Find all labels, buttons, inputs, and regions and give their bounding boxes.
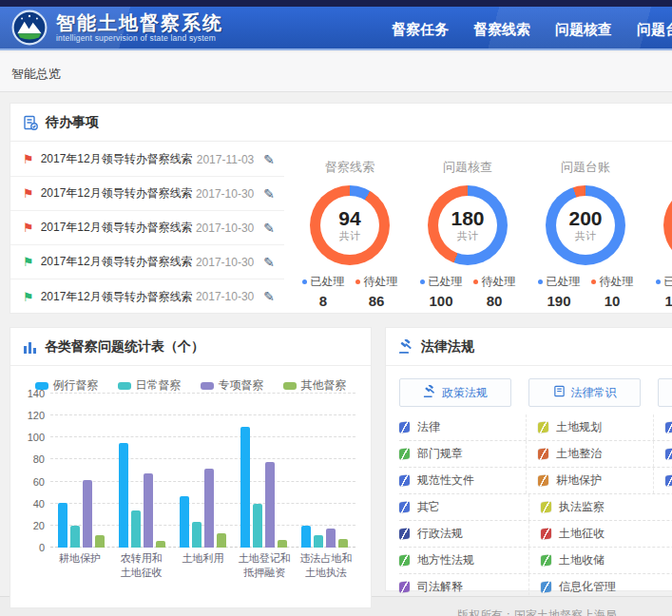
top-strip [0,0,672,7]
todo-item[interactable]: ⚑2017年12月领导转办督察线索2017-10-30✎ [10,279,284,314]
donut-legend-item[interactable]: 已处理 [414,274,468,290]
bar-legend-item[interactable]: 其他督察 [283,377,347,394]
donut-center: 200共计 [546,185,625,265]
law-link[interactable]: 土地收储 [528,548,658,573]
bar-legend-label: 日常督察 [136,377,182,394]
todo-list: ⚑2017年12月领导转办督察线索2017-11-03✎⚑2017年12月领导转… [10,143,284,313]
legend-label: 已处理 [547,274,581,290]
donut-values: 886 [297,293,403,309]
law-button-2[interactable] [658,378,672,407]
book-icon [665,474,672,486]
bar-例行督察 [301,526,311,548]
law-link[interactable]: 耕地保护 [526,468,652,493]
todo-stats-card: 待办事项 ⚑2017年12月领导转办督察线索2017-11-03✎⚑2017年1… [10,103,672,314]
donut-legend-item[interactable]: 已处理 [650,274,672,290]
nav-item-4[interactable]: 问题台账 [637,21,672,39]
donut-legend-item[interactable]: 待处理 [586,274,639,290]
bar-chart-card: 各类督察问题统计表（个） 例行督察日常督察专项督察其他督察 0204060801… [10,327,372,608]
legend-swatch-icon [201,382,214,390]
legend-swatch-icon [118,382,131,390]
edit-pencil-icon[interactable]: ✎ [263,289,275,304]
bar-group [119,443,165,548]
donut-values: 10080 [414,293,521,309]
todo-item[interactable]: ⚑2017年12月领导转办督察线索2017-11-03✎ [10,143,284,177]
law-link[interactable]: 规范性文件 [399,468,526,493]
book-icon [665,448,672,459]
legend-label: 已处理 [311,274,345,290]
donut-legend-item[interactable]: 已处理 [297,274,350,290]
law-link[interactable]: 部门规章 [399,441,526,467]
law-link[interactable]: 土地整治 [526,441,652,467]
law-link[interactable]: 执法监察 [528,494,658,520]
bar-其他督察 [278,540,287,548]
donut-legend: 已处理待处理 [414,274,521,290]
todo-item[interactable]: ⚑2017年12月领导转办督察线索2017-10-30✎ [10,177,284,211]
todo-item-date: 2017-10-30 [196,221,254,235]
bar-专项督察 [83,480,92,548]
law-button-法律常识[interactable]: 法律常识 [528,378,641,407]
edit-pencil-icon[interactable]: ✎ [263,186,275,202]
bar-例行督察 [119,443,128,548]
bar-legend-item[interactable]: 日常督察 [118,377,182,394]
law-link-row: 规范性文件耕地保护 [399,468,672,494]
law-link[interactable]: 法律 [399,414,526,440]
processed-value: 175 [650,293,672,309]
bar-专项督察 [265,462,275,548]
law-link-label: 信息化管理 [559,579,616,595]
law-link-label: 部门规章 [417,446,463,462]
legend-dot-icon [355,279,360,284]
nav-item-2[interactable]: 督察线索 [473,21,530,39]
law-link-label: 规范性文件 [417,472,474,489]
bar-legend-item[interactable]: 专项督察 [201,377,264,394]
book-icon [553,385,566,397]
law-link[interactable]: 行政法规 [399,521,528,547]
donut-legend-item[interactable]: 已处理 [532,274,586,290]
nav-item-3[interactable]: 问题核查 [555,21,612,39]
donut-total-value: 180 [451,207,484,229]
donut-ring: 200共计 [546,185,625,265]
law-link[interactable] [653,441,672,467]
edit-pencil-icon[interactable]: ✎ [263,255,275,270]
donut-total-value: 94 [338,207,360,229]
law-link[interactable] [653,414,672,440]
law-link[interactable]: 地方性法规 [399,548,528,573]
donut-total-label: 共计 [457,229,478,243]
gavel-icon [398,339,413,355]
law-link-row: 地方性法规土地收储 [399,548,672,574]
nav-item-1[interactable]: 督察任务 [392,21,449,39]
pending-value: 10 [586,293,639,309]
law-link[interactable]: 土地规划 [526,414,652,440]
bar-日常督察 [314,535,323,548]
bar-legend-label: 其他督察 [301,377,347,394]
donut-legend-item[interactable]: 待处理 [468,274,521,290]
todo-item[interactable]: ⚑2017年12月领导转办督察线索2017-10-30✎ [10,211,284,245]
bar-例行督察 [180,496,189,548]
donut-chart: 问题核查180共计已处理待处理10080 [409,143,527,309]
law-link[interactable]: 其它 [399,494,528,520]
donut-center: 94共计 [310,185,390,265]
todo-item[interactable]: ⚑2017年12月领导转办督察线索2017-10-30✎ [10,245,284,279]
law-link-label: 地方性法规 [417,552,474,568]
donut-center [663,185,672,265]
law-link[interactable]: 土地征收 [528,521,658,547]
law-link-row: 其它执法监察 [399,494,672,521]
flag-icon: ⚑ [23,187,34,200]
legend-label: 待处理 [600,274,634,290]
law-button-政策法规[interactable]: 政策法规 [399,378,511,407]
edit-pencil-icon[interactable]: ✎ [263,152,275,167]
bar-专项督察 [204,469,214,548]
app-logo[interactable]: 智能土地督察系统 intelligent supervision of stat… [11,10,223,46]
law-link-label: 土地规划 [556,419,602,435]
law-link-row: 行政法规土地征收 [399,521,672,548]
donut-legend-item[interactable]: 待处理 [350,274,403,290]
donut-ring [663,185,672,265]
law-link-label: 法律 [417,419,440,435]
y-axis-tick-label: 100 [16,432,45,443]
law-link-label: 土地征收 [559,526,605,542]
edit-pencil-icon[interactable]: ✎ [263,221,275,236]
y-axis-tick-label: 120 [16,410,45,421]
law-link[interactable] [653,468,672,493]
bar-chart-icon [23,340,37,354]
bar-日常督察 [253,504,262,548]
book-icon [399,448,410,459]
